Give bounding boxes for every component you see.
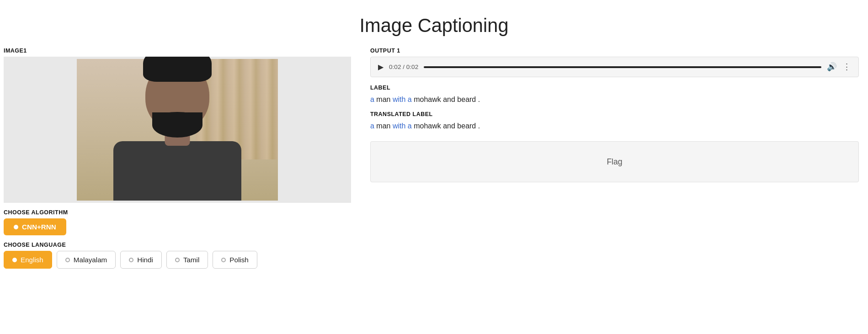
cnn-rnn-button[interactable]: CNN+RNN [4, 218, 66, 235]
algorithm-button-label: CNN+RNN [22, 223, 56, 231]
label-section: LABEL a man with a mohawk and beard . [370, 85, 859, 106]
radio-dot [129, 258, 133, 262]
lang-label: Polish [229, 256, 248, 264]
label-heading: LABEL [370, 85, 859, 91]
algorithm-label: CHOOSE ALGORITHM [4, 209, 352, 216]
label-text: a man with a mohawk and beard . [370, 94, 859, 106]
audio-progress-bar[interactable] [424, 66, 821, 68]
audio-player: ▶ 0:02 / 0:02 🔊 ⋮ [370, 57, 859, 77]
play-button[interactable]: ▶ [378, 63, 383, 71]
shirt [113, 141, 241, 201]
mustache [161, 112, 193, 118]
lang-label: Hindi [137, 256, 153, 264]
lang-btn-english[interactable]: English [4, 251, 52, 269]
language-section: CHOOSE LANGUAGE EnglishMalayalamHindiTam… [4, 242, 352, 269]
radio-dot [65, 258, 70, 262]
page-title: Image Captioning [0, 0, 868, 48]
algorithm-section: CHOOSE ALGORITHM CNN+RNN [4, 209, 352, 235]
output-section: OUTPUT 1 ▶ 0:02 / 0:02 🔊 ⋮ [370, 48, 859, 77]
lang-label: Malayalam [74, 256, 107, 264]
audio-volume-icon[interactable]: 🔊 [827, 62, 837, 72]
translated-label-heading: TRANSLATED LABEL [370, 111, 859, 117]
image-label: IMAGE1 [4, 48, 352, 54]
language-buttons: EnglishMalayalamHindiTamilPolish [4, 251, 352, 269]
lang-label: Tamil [183, 256, 199, 264]
lang-btn-malayalam[interactable]: Malayalam [57, 251, 116, 269]
algorithm-dot [14, 225, 18, 229]
flag-button[interactable]: Flag [370, 141, 859, 182]
lang-label: English [21, 256, 43, 264]
translated-label-section: TRANSLATED LABEL a man with a mohawk and… [370, 111, 859, 132]
audio-menu-icon[interactable]: ⋮ [842, 62, 851, 72]
radio-dot [221, 258, 226, 262]
lang-btn-tamil[interactable]: Tamil [166, 251, 208, 269]
lang-btn-hindi[interactable]: Hindi [120, 251, 162, 269]
hair [143, 57, 212, 82]
radio-dot [175, 258, 180, 262]
flag-label: Flag [607, 157, 622, 167]
image-container [4, 57, 351, 203]
language-label: CHOOSE LANGUAGE [4, 242, 352, 248]
radio-dot [12, 258, 17, 262]
lang-btn-polish[interactable]: Polish [213, 251, 257, 269]
translated-label-text: a man with a mohawk and beard . [370, 120, 859, 132]
output-label: OUTPUT 1 [370, 48, 859, 54]
person-image [77, 59, 278, 201]
audio-time: 0:02 / 0:02 [389, 64, 418, 70]
